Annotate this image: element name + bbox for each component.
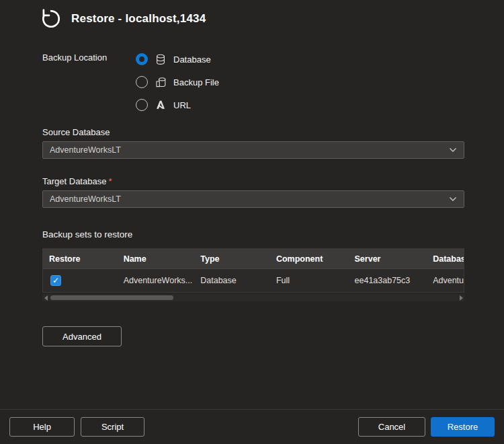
restore-icon xyxy=(39,7,63,31)
radio-label-database: Database xyxy=(173,54,211,65)
source-database-label: Source Database xyxy=(42,127,110,137)
source-database-dropdown[interactable]: AdventureWorksLT xyxy=(42,141,464,159)
column-header-component[interactable]: Component xyxy=(270,254,349,264)
chevron-down-icon xyxy=(449,147,457,153)
column-header-restore[interactable]: Restore xyxy=(43,254,118,264)
advanced-button[interactable]: Advanced xyxy=(42,326,122,346)
cancel-button[interactable]: Cancel xyxy=(358,417,425,437)
radio-button-database[interactable] xyxy=(136,53,148,65)
radio-option-url[interactable]: URL xyxy=(136,94,219,116)
cell-component: Full xyxy=(270,276,349,285)
table-header-row: Restore Name Type Component Server Datab… xyxy=(43,249,464,268)
column-header-server[interactable]: Server xyxy=(349,254,427,264)
cell-type: Database xyxy=(194,276,270,285)
backup-sets-label: Backup sets to restore xyxy=(42,229,132,239)
cell-database: Adventu... xyxy=(427,276,464,285)
horizontal-scrollbar[interactable] xyxy=(42,294,464,301)
table-row[interactable]: ✓ AdventureWorks... Database Full ee41a3… xyxy=(43,268,464,293)
radio-option-database[interactable]: Database xyxy=(136,48,219,71)
target-database-dropdown[interactable]: AdventureWorksLT xyxy=(42,190,464,208)
database-icon xyxy=(155,53,167,65)
restore-button[interactable]: Restore xyxy=(431,417,495,437)
column-header-database[interactable]: Database xyxy=(427,254,464,264)
script-button[interactable]: Script xyxy=(81,417,144,437)
target-database-label: Target Database* xyxy=(42,176,112,186)
radio-label-backup-file: Backup File xyxy=(173,77,219,87)
backup-sets-table: Restore Name Type Component Server Datab… xyxy=(42,248,464,293)
column-header-name[interactable]: Name xyxy=(118,254,195,264)
radio-label-url: URL xyxy=(173,100,191,110)
source-database-value: AdventureWorksLT xyxy=(50,145,449,155)
dialog-title: Restore - localhost,1434 xyxy=(71,12,206,26)
restore-dialog: Restore - localhost,1434 Backup Location… xyxy=(0,0,504,444)
radio-button-backup-file[interactable] xyxy=(136,76,148,88)
backup-file-icon xyxy=(155,76,167,88)
target-database-value: AdventureWorksLT xyxy=(50,194,449,204)
radio-button-url[interactable] xyxy=(136,99,148,111)
dialog-header: Restore - localhost,1434 xyxy=(39,7,206,31)
scrollbar-track[interactable] xyxy=(49,294,458,301)
scroll-right-arrow[interactable] xyxy=(458,294,464,301)
restore-checkbox[interactable]: ✓ xyxy=(50,275,61,286)
scroll-left-arrow[interactable] xyxy=(42,294,49,301)
backup-location-radio-group: Database Backup File URL xyxy=(136,48,219,116)
cell-name: AdventureWorks... xyxy=(118,276,195,285)
azure-url-icon xyxy=(155,99,167,111)
footer-divider xyxy=(0,409,504,410)
chevron-down-icon xyxy=(449,196,457,202)
help-button[interactable]: Help xyxy=(9,417,75,437)
required-marker: * xyxy=(108,176,112,186)
radio-option-backup-file[interactable]: Backup File xyxy=(136,71,219,94)
scrollbar-thumb[interactable] xyxy=(50,295,173,300)
column-header-type[interactable]: Type xyxy=(194,254,270,264)
cell-server: ee41a3ab75c3 xyxy=(349,276,427,285)
backup-location-label: Backup Location xyxy=(42,52,107,63)
